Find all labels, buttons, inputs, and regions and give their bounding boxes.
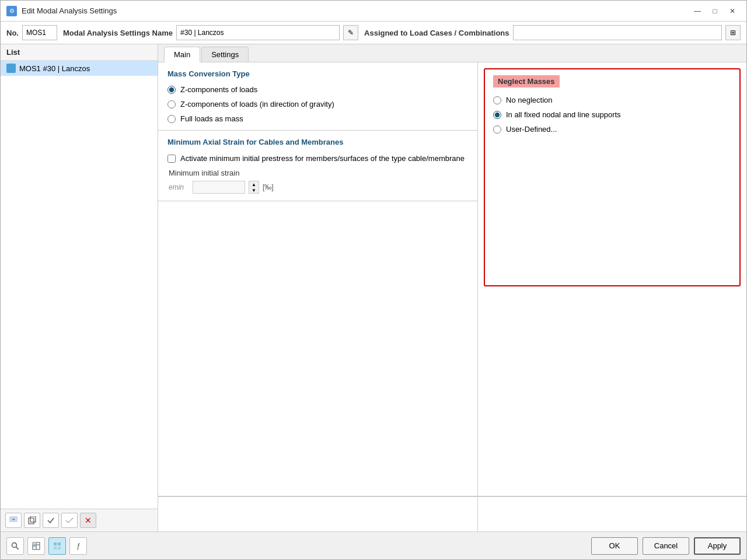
assigned-label: Assigned to Load Cases / Combinations bbox=[364, 29, 509, 37]
apply-button[interactable]: Apply bbox=[694, 537, 741, 555]
no-input[interactable] bbox=[22, 25, 57, 40]
radio-user-defined[interactable]: User-Defined... bbox=[493, 125, 731, 134]
footer-grid-button[interactable] bbox=[48, 537, 66, 555]
tab-settings[interactable]: Settings bbox=[201, 47, 249, 62]
main-content: List MOS1 #30 | Lanczos + bbox=[1, 44, 746, 531]
mass-conversion-radio-group: Z-components of loads Z-components of lo… bbox=[167, 85, 468, 123]
assigned-table-button[interactable]: ⊞ bbox=[725, 25, 741, 40]
cancel-button[interactable]: Cancel bbox=[643, 537, 689, 555]
name-input[interactable] bbox=[176, 25, 340, 40]
radio-fixed-nodal-label: In all fixed nodal and line supports bbox=[506, 110, 621, 119]
main-panels-row: Mass Conversion Type Z-components of loa… bbox=[158, 62, 746, 496]
title-bar: ⚙ Edit Modal Analysis Settings — □ ✕ bbox=[1, 1, 746, 22]
neglect-masses-title: Neglect Masses bbox=[493, 75, 560, 88]
radio-z-gravity[interactable]: Z-components of loads (in direction of g… bbox=[167, 100, 468, 108]
sidebar-item-label: MOS1 #30 | Lanczos bbox=[19, 64, 90, 73]
activate-prestress-label: Activate minimum initial prestress for m… bbox=[180, 153, 465, 164]
min-axial-strain-section: Minimum Axial Strain for Cables and Memb… bbox=[158, 130, 477, 201]
no-label: No. bbox=[6, 29, 19, 37]
neglect-masses-panel: Neglect Masses No neglection In all fixe… bbox=[484, 68, 741, 286]
emin-spin-up[interactable]: ▲ bbox=[249, 181, 259, 187]
name-field-group: Modal Analysis Settings Name ✎ bbox=[63, 25, 358, 40]
radio-z-components-input[interactable] bbox=[167, 86, 176, 94]
sidebar: List MOS1 #30 | Lanczos + bbox=[1, 44, 158, 531]
radio-full-loads[interactable]: Full loads as mass bbox=[167, 114, 468, 123]
app-icon: ⚙ bbox=[6, 6, 17, 16]
radio-full-loads-input[interactable] bbox=[167, 115, 176, 123]
check2-button[interactable] bbox=[61, 513, 78, 528]
radio-no-neglect-input[interactable] bbox=[493, 96, 501, 104]
footer-action-buttons: OK Cancel Apply bbox=[591, 537, 741, 555]
emin-label: emin bbox=[169, 183, 189, 191]
sidebar-toolbar: + ✕ bbox=[1, 509, 158, 531]
neglect-masses-radio-group: No neglection In all fixed nodal and lin… bbox=[493, 96, 731, 134]
footer-search-button[interactable] bbox=[6, 537, 24, 555]
radio-full-loads-label: Full loads as mass bbox=[180, 114, 243, 123]
svg-rect-14 bbox=[58, 547, 61, 550]
sidebar-header: List bbox=[1, 44, 158, 61]
svg-rect-3 bbox=[30, 516, 36, 522]
main-window: ⚙ Edit Modal Analysis Settings — □ ✕ No.… bbox=[0, 0, 747, 560]
add-item-button[interactable]: + bbox=[5, 513, 22, 528]
svg-rect-13 bbox=[54, 547, 57, 550]
svg-point-4 bbox=[12, 542, 17, 547]
copy-item-button[interactable] bbox=[24, 513, 40, 528]
min-initial-strain-label: Minimum initial strain bbox=[167, 169, 468, 177]
radio-fixed-nodal-input[interactable] bbox=[493, 111, 501, 119]
right-panel: Neglect Masses No neglection In all fixe… bbox=[478, 62, 746, 496]
activate-prestress-checkbox[interactable] bbox=[167, 155, 176, 163]
radio-z-gravity-label: Z-components of loads (in direction of g… bbox=[180, 100, 334, 108]
svg-text:00: 00 bbox=[33, 544, 36, 548]
radio-no-neglect[interactable]: No neglection bbox=[493, 96, 731, 104]
name-label: Modal Analysis Settings Name bbox=[63, 29, 173, 37]
radio-no-neglect-label: No neglection bbox=[506, 96, 553, 104]
tab-main[interactable]: Main bbox=[164, 47, 200, 62]
window-controls: — □ ✕ bbox=[689, 5, 741, 18]
mos1-icon bbox=[6, 64, 16, 73]
radio-z-components-label: Z-components of loads bbox=[180, 85, 257, 94]
radio-user-defined-input[interactable] bbox=[493, 125, 501, 134]
radio-user-defined-label: User-Defined... bbox=[506, 125, 557, 134]
radio-z-gravity-input[interactable] bbox=[167, 100, 176, 108]
edit-name-button[interactable]: ✎ bbox=[343, 25, 358, 40]
assigned-input[interactable] bbox=[513, 25, 722, 40]
right-bottom-empty bbox=[478, 292, 746, 496]
content-area: Main Settings Mass Conversion Type Z-com… bbox=[158, 44, 746, 531]
ok-button[interactable]: OK bbox=[591, 537, 638, 555]
radio-fixed-nodal[interactable]: In all fixed nodal and line supports bbox=[493, 110, 731, 119]
svg-text:+: + bbox=[12, 517, 15, 522]
check-button[interactable] bbox=[43, 513, 59, 528]
footer: 00 ƒ OK Cancel Apply bbox=[1, 531, 746, 559]
delete-item-button[interactable]: ✕ bbox=[80, 513, 96, 528]
minimize-button[interactable]: — bbox=[689, 5, 706, 18]
close-button[interactable]: ✕ bbox=[724, 5, 741, 18]
radio-z-components[interactable]: Z-components of loads bbox=[167, 85, 468, 94]
maximize-button[interactable]: □ bbox=[707, 5, 723, 18]
emin-spin-down[interactable]: ▼ bbox=[249, 187, 259, 193]
activate-prestress-item: Activate minimum initial prestress for m… bbox=[167, 153, 468, 164]
svg-rect-12 bbox=[58, 542, 61, 545]
left-bottom-empty bbox=[158, 201, 477, 496]
no-field-group: No. bbox=[6, 25, 57, 40]
assigned-field-group: Assigned to Load Cases / Combinations ⊞ bbox=[364, 25, 741, 40]
svg-line-5 bbox=[16, 547, 19, 550]
sidebar-empty-space bbox=[1, 76, 158, 509]
window-title: Edit Modal Analysis Settings bbox=[22, 6, 689, 15]
bottom-extra-left bbox=[158, 497, 478, 531]
emin-unit: [‰] bbox=[263, 183, 274, 191]
top-fields-row: No. Modal Analysis Settings Name ✎ Assig… bbox=[1, 22, 746, 44]
footer-function-button[interactable]: ƒ bbox=[69, 537, 87, 555]
mass-conversion-title: Mass Conversion Type bbox=[167, 69, 468, 78]
footer-icons: 00 ƒ bbox=[6, 537, 87, 555]
sidebar-item-mos1[interactable]: MOS1 #30 | Lanczos bbox=[1, 61, 158, 76]
emin-row: emin ▲ ▼ [‰] bbox=[167, 181, 468, 194]
left-panel: Mass Conversion Type Z-components of loa… bbox=[158, 62, 478, 496]
mass-conversion-section: Mass Conversion Type Z-components of loa… bbox=[158, 62, 477, 130]
tabs-bar: Main Settings bbox=[158, 44, 746, 62]
footer-table-button[interactable]: 00 bbox=[27, 537, 45, 555]
svg-rect-11 bbox=[54, 542, 57, 545]
emin-input[interactable] bbox=[193, 181, 245, 194]
emin-spinner: ▲ ▼ bbox=[249, 181, 259, 194]
min-axial-title: Minimum Axial Strain for Cables and Memb… bbox=[167, 138, 468, 146]
svg-rect-2 bbox=[29, 518, 34, 524]
